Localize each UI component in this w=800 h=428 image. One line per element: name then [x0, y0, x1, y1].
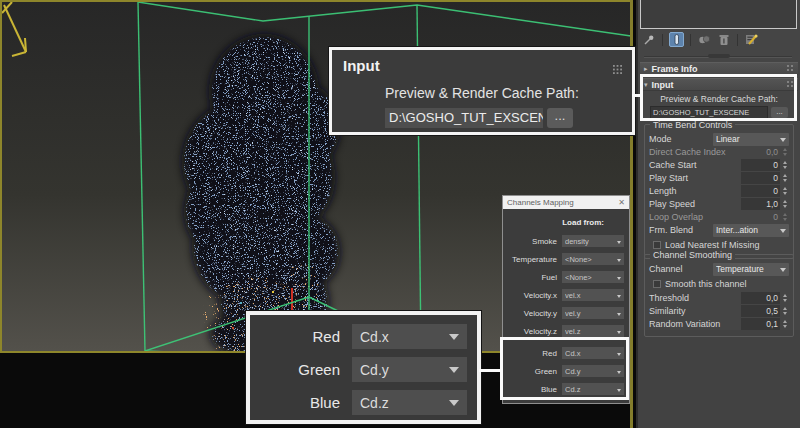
similarity-row: Similarity 0,5 [649, 305, 789, 317]
chevron-down-icon: ▾ [644, 81, 648, 89]
chevron-right-icon: ▸ [644, 65, 648, 73]
blue-row: Blue Cd.z [508, 383, 624, 395]
spinner-arrows-icon [780, 198, 789, 210]
rollout-dots-icon [787, 80, 794, 90]
application-window: ▸ Frame Info ▾ Input Preview & Render Ca… [0, 0, 800, 428]
cache-start-row: Cache Start 0 [649, 159, 789, 171]
mode-row: Mode Linear [649, 133, 789, 145]
dialog-title: Channels Mapping [507, 198, 574, 207]
cache-path-field[interactable]: D:\GOSHO_TUT_EXSCENE [385, 108, 543, 128]
velocity-x-dropdown[interactable]: vel.x [562, 289, 624, 301]
configure-modifier-sets-icon[interactable] [744, 32, 759, 47]
random-variation-row: Random Variation 0,1 [649, 318, 789, 330]
loop-overlap-row: Loop Overlap 0 [649, 211, 789, 223]
direct-cache-index-row: Direct Cache Index 0,0 [649, 146, 789, 158]
red-row: Red Cd.x [508, 347, 624, 359]
direct-cache-index-spinner: 0,0 [741, 146, 789, 158]
browse-button[interactable]: ... [771, 107, 788, 118]
rollout-input[interactable]: ▾ Input [640, 78, 798, 91]
rollout-title: Input [652, 80, 674, 90]
smooth-channel-checkbox[interactable] [653, 280, 661, 288]
fuel-dropdown[interactable]: <None> [562, 271, 624, 283]
red-dropdown[interactable]: Cd.x [352, 324, 467, 349]
close-icon[interactable]: ✕ [618, 198, 625, 207]
mode-dropdown[interactable]: Linear [713, 133, 789, 146]
random-variation-spinner[interactable]: 0,1 [741, 318, 789, 330]
chevron-down-icon [617, 241, 621, 246]
panel-resize-grip[interactable] [708, 54, 730, 58]
chevron-down-icon [449, 367, 459, 378]
green-dropdown[interactable]: Cd.y [562, 365, 624, 377]
blue-dropdown[interactable]: Cd.z [562, 383, 624, 395]
blue-row: Blue Cd.z [250, 390, 467, 415]
chevron-down-icon [617, 277, 621, 282]
spinner-arrows-icon [780, 159, 789, 171]
fuel-row: Fuel <None> [508, 271, 624, 283]
threshold-spinner[interactable]: 0,0 [741, 292, 789, 304]
load-from-label: Load from: [508, 218, 624, 229]
length-row: Length 0 [649, 185, 789, 197]
spinner-arrows-icon [780, 305, 789, 317]
cache-path-label: Preview & Render Cache Path: [640, 94, 798, 104]
make-unique-icon[interactable] [697, 32, 712, 47]
cache-path-field[interactable]: D:\GOSHO_TUT_EXSCENE [650, 106, 768, 119]
chevron-down-icon [617, 331, 621, 336]
blue-dropdown[interactable]: Cd.z [352, 390, 467, 415]
pin-stack-icon[interactable] [641, 32, 656, 47]
spinner-arrows-icon [780, 318, 789, 330]
command-panel: ▸ Frame Info ▾ Input Preview & Render Ca… [636, 0, 800, 428]
velocity-y-dropdown[interactable]: vel.y [562, 307, 624, 319]
input-rollout-content: Preview & Render Cache Path: D:\GOSHO_TU… [640, 91, 798, 119]
smoke-dropdown[interactable]: density [562, 235, 624, 247]
show-end-result-icon[interactable] [669, 32, 684, 47]
drag-handle-icon[interactable] [613, 60, 622, 78]
callout-title: Input [343, 57, 380, 74]
red-dropdown[interactable]: Cd.x [562, 347, 624, 359]
loop-overlap-spinner: 0 [741, 211, 789, 223]
velocity-z-row: Velocity.z vel.z [508, 325, 624, 337]
spinner-arrows-icon [780, 172, 789, 184]
load-nearest-checkbox[interactable] [653, 241, 661, 249]
spinner-arrows-icon [780, 185, 789, 197]
panel-empty-area [638, 330, 800, 428]
play-speed-row: Play Speed 1,0 [649, 198, 789, 210]
channel-dropdown[interactable]: Temperature [713, 263, 789, 276]
callout-connector-line [479, 369, 501, 372]
spinner-arrows-icon [780, 211, 789, 223]
dialog-titlebar[interactable]: Channels Mapping ✕ [503, 196, 629, 209]
toolbar-separator [690, 34, 691, 46]
group-title: Time Bend Controls [650, 120, 735, 130]
chevron-down-icon [449, 334, 459, 345]
browse-button[interactable]: ... [547, 108, 573, 128]
temperature-row: Temperature <None> [508, 253, 624, 265]
frame-blend-row: Frm. Blend Inter...ation [649, 224, 789, 236]
rgb-mapping-callout: Red Cd.x Green Cd.y Blue Cd.z [246, 311, 481, 424]
chevron-down-icon [617, 259, 621, 264]
group-title: Channel Smoothing [650, 250, 735, 260]
cache-start-spinner[interactable]: 0 [741, 159, 789, 171]
green-row: Green Cd.y [508, 365, 624, 377]
length-spinner[interactable]: 0 [741, 185, 789, 197]
rollout-title: Frame Info [652, 64, 698, 74]
play-speed-spinner[interactable]: 1,0 [741, 198, 789, 210]
threshold-row: Threshold 0,0 [649, 292, 789, 304]
modifier-stack-list[interactable] [640, 0, 797, 29]
rollout-frame-info[interactable]: ▸ Frame Info [640, 62, 798, 75]
play-start-spinner[interactable]: 0 [741, 172, 789, 184]
temperature-dropdown[interactable]: <None> [562, 253, 624, 265]
modifier-stack-toolbar [638, 31, 800, 48]
channels-mapping-dialog: Channels Mapping ✕ Load from: Smoke dens… [503, 196, 629, 403]
chevron-down-icon [617, 313, 621, 318]
frame-blend-dropdown[interactable]: Inter...ation [713, 224, 789, 237]
channel-row: Channel Temperature [649, 263, 789, 275]
velocity-z-dropdown[interactable]: vel.z [562, 325, 624, 337]
chevron-down-icon [780, 229, 786, 236]
similarity-spinner[interactable]: 0,5 [741, 305, 789, 317]
green-dropdown[interactable]: Cd.y [352, 357, 467, 382]
smooth-channel-checkbox-row: Smooth this channel [653, 277, 789, 290]
red-row: Red Cd.x [250, 324, 467, 349]
viewport-arrow-icon [2, 2, 26, 56]
cache-path-label: Preview & Render Cache Path: [385, 85, 579, 101]
remove-modifier-icon[interactable] [716, 32, 731, 47]
input-callout: Input Preview & Render Cache Path: D:\GO… [329, 47, 635, 135]
